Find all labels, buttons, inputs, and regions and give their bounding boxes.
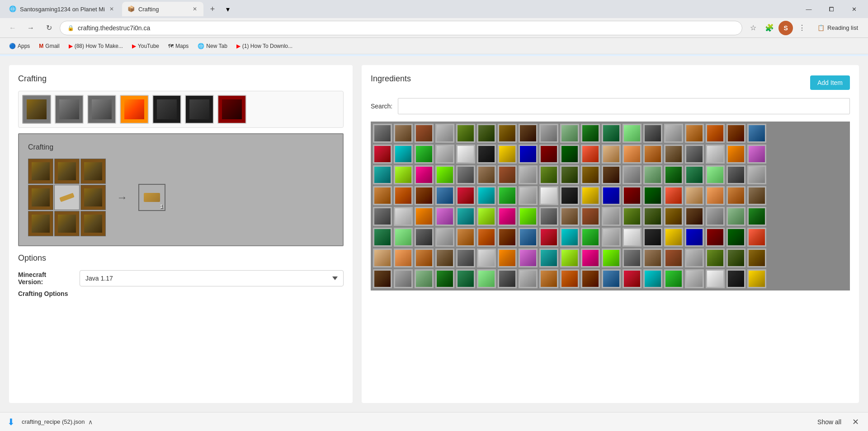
tab-crafting[interactable]: 📦 Crafting ✕ [122, 2, 203, 16]
item-cell[interactable] [643, 123, 663, 143]
bookmark-howto1[interactable]: ▶ (88) How To Make... [65, 41, 127, 51]
item-cell[interactable] [580, 165, 600, 185]
item-cell[interactable] [664, 144, 684, 164]
item-cell[interactable] [414, 165, 434, 185]
item-cell[interactable] [664, 269, 684, 289]
item-cell[interactable] [414, 206, 434, 226]
item-cell[interactable] [414, 144, 434, 164]
item-cell[interactable] [497, 165, 517, 185]
item-cell[interactable] [497, 248, 517, 268]
item-cell[interactable] [497, 144, 517, 164]
item-cell[interactable] [414, 248, 434, 268]
item-cell[interactable] [684, 248, 704, 268]
item-cell[interactable] [539, 269, 559, 289]
item-cell[interactable] [497, 269, 517, 289]
item-cell[interactable] [684, 227, 704, 247]
item-cell[interactable] [622, 144, 642, 164]
item-cell[interactable] [622, 206, 642, 226]
item-cell[interactable] [560, 165, 580, 185]
item-cell[interactable] [476, 165, 496, 185]
result-cell[interactable]: 1 [138, 184, 165, 211]
item-cell[interactable] [518, 186, 538, 206]
item-cell[interactable] [560, 123, 580, 143]
grid-cell-6[interactable] [28, 211, 53, 236]
item-cell[interactable] [601, 206, 621, 226]
recipe-item-7[interactable] [217, 95, 246, 124]
item-cell[interactable] [456, 144, 476, 164]
item-cell[interactable] [664, 165, 684, 185]
star-button[interactable]: ☆ [746, 21, 760, 35]
item-cell[interactable] [539, 144, 559, 164]
item-cell[interactable] [456, 123, 476, 143]
item-cell[interactable] [456, 165, 476, 185]
item-cell[interactable] [518, 206, 538, 226]
item-cell[interactable] [393, 269, 413, 289]
item-cell[interactable] [580, 227, 600, 247]
reload-button[interactable]: ↻ [42, 21, 56, 35]
item-cell[interactable] [518, 144, 538, 164]
recipe-item-5[interactable] [152, 95, 181, 124]
item-cell[interactable] [393, 248, 413, 268]
item-cell[interactable] [456, 227, 476, 247]
item-cell[interactable] [622, 123, 642, 143]
item-cell[interactable] [580, 144, 600, 164]
item-cell[interactable] [393, 227, 413, 247]
item-cell[interactable] [601, 186, 621, 206]
item-cell[interactable] [497, 186, 517, 206]
item-cell[interactable] [664, 248, 684, 268]
item-cell[interactable] [373, 206, 392, 226]
minimize-button[interactable]: — [798, 2, 819, 16]
item-cell[interactable] [393, 144, 413, 164]
item-cell[interactable] [476, 227, 496, 247]
item-cell[interactable] [622, 186, 642, 206]
extensions-button[interactable]: 🧩 [762, 21, 777, 35]
item-cell[interactable] [393, 165, 413, 185]
item-cell[interactable] [705, 269, 725, 289]
item-cell[interactable] [476, 206, 496, 226]
item-cell[interactable] [539, 165, 559, 185]
item-cell[interactable] [747, 165, 767, 185]
item-cell[interactable] [747, 186, 767, 206]
item-cell[interactable] [622, 165, 642, 185]
item-cell[interactable] [726, 144, 746, 164]
item-cell[interactable] [747, 227, 767, 247]
item-cell[interactable] [601, 248, 621, 268]
item-cell[interactable] [580, 248, 600, 268]
item-cell[interactable] [643, 248, 663, 268]
item-cell[interactable] [373, 123, 392, 143]
item-cell[interactable] [435, 123, 455, 143]
tab-add-button[interactable]: + [205, 2, 220, 16]
item-cell[interactable] [726, 248, 746, 268]
item-cell[interactable] [664, 206, 684, 226]
profile-button[interactable]: S [778, 21, 793, 35]
recipe-item-3[interactable] [87, 95, 116, 124]
item-cell[interactable] [747, 248, 767, 268]
item-cell[interactable] [435, 269, 455, 289]
item-cell[interactable] [684, 165, 704, 185]
add-item-button[interactable]: Add Item [810, 75, 850, 90]
item-cell[interactable] [580, 269, 600, 289]
item-cell[interactable] [560, 248, 580, 268]
item-cell[interactable] [643, 227, 663, 247]
item-cell[interactable] [684, 123, 704, 143]
item-cell[interactable] [560, 186, 580, 206]
item-cell[interactable] [456, 186, 476, 206]
grid-cell-0[interactable] [28, 159, 53, 184]
item-cell[interactable] [414, 123, 434, 143]
item-cell[interactable] [393, 186, 413, 206]
grid-cell-1[interactable] [54, 159, 80, 184]
item-cell[interactable] [373, 269, 392, 289]
item-cell[interactable] [560, 144, 580, 164]
version-select[interactable]: Java 1.17 Java 1.16 Java 1.15 Bedrock [80, 270, 344, 286]
item-cell[interactable] [456, 248, 476, 268]
item-cell[interactable] [601, 227, 621, 247]
item-cell[interactable] [435, 165, 455, 185]
forward-button[interactable]: → [24, 21, 38, 35]
item-cell[interactable] [705, 165, 725, 185]
item-cell[interactable] [560, 269, 580, 289]
item-cell[interactable] [560, 206, 580, 226]
item-cell[interactable] [684, 186, 704, 206]
item-cell[interactable] [435, 206, 455, 226]
item-cell[interactable] [705, 248, 725, 268]
item-cell[interactable] [601, 144, 621, 164]
